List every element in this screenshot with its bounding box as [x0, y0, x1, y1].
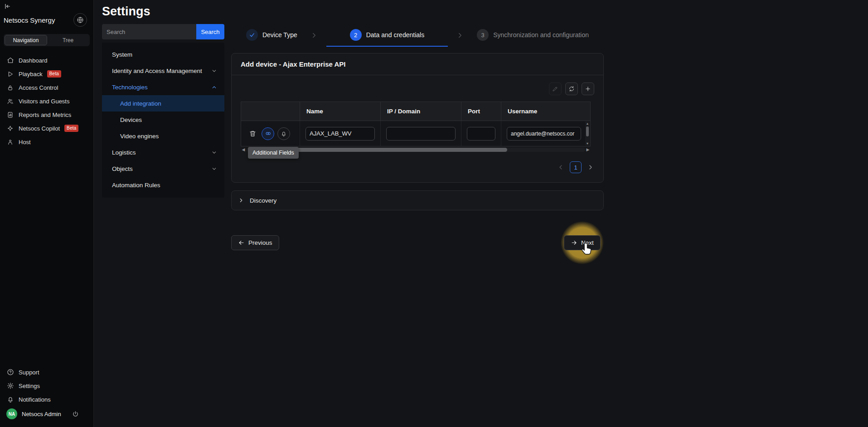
- sidebar-item-visitors-and-guests[interactable]: Visitors and Guests: [0, 94, 93, 108]
- menu-item-add-integration[interactable]: Add integration: [102, 95, 224, 112]
- sidebar-item-notifications[interactable]: Notifications: [0, 393, 93, 406]
- visitors-icon: [6, 98, 14, 105]
- beta-badge: Beta: [47, 70, 61, 78]
- sidebar-item-reports-and-metrics[interactable]: Reports and Metrics: [0, 108, 93, 121]
- sidebar-item-access-control[interactable]: Access Control: [0, 81, 93, 94]
- sidebar-item-dashboard[interactable]: Dashboard: [0, 53, 93, 67]
- menu-item-label: Add integration: [120, 100, 161, 107]
- add-device-panel: Add device - Ajax Enterprise API: [231, 53, 604, 183]
- discovery-section[interactable]: Discovery: [231, 190, 604, 210]
- search-input[interactable]: [102, 24, 196, 39]
- ip-domain-field[interactable]: [386, 127, 456, 141]
- menu-item-technologies[interactable]: Technologies: [102, 79, 224, 95]
- name-field[interactable]: [305, 127, 375, 141]
- vertical-scrollbar[interactable]: ▲ ▼: [585, 121, 590, 146]
- wizard-stepper: Device Type 2 Data and credentials 3 Syn…: [231, 24, 604, 47]
- toggle-tree[interactable]: Tree: [47, 35, 89, 45]
- sidebar-item-support[interactable]: Support: [0, 365, 93, 379]
- sidebar-item-label: Access Control: [19, 84, 58, 91]
- gear-icon: [6, 382, 14, 389]
- refresh-icon: [568, 86, 575, 92]
- logout-power-button[interactable]: [72, 411, 79, 417]
- menu-item-label: Identity and Access Management: [112, 68, 202, 74]
- step-synchronization-and-configuration[interactable]: 3 Synchronization and configuration: [472, 24, 593, 47]
- play-icon: [6, 71, 14, 78]
- search-bar: Search: [102, 24, 224, 39]
- column-actions: [241, 102, 300, 121]
- sidebar: Netsocs Synergy Navigation Tree Dashboar…: [0, 0, 94, 427]
- arrow-right-icon: [571, 239, 577, 246]
- menu-item-label: System: [112, 51, 132, 58]
- home-icon: [6, 57, 14, 64]
- vertical-scroll-thumb[interactable]: [586, 126, 589, 136]
- next-button-highlight: Next: [561, 221, 604, 264]
- scroll-left-arrow[interactable]: ◀: [241, 147, 246, 152]
- previous-button-label: Previous: [248, 239, 272, 246]
- step-number: 3: [477, 29, 489, 41]
- menu-item-identity-access-management[interactable]: Identity and Access Management: [102, 63, 224, 79]
- pagination-page-1[interactable]: 1: [570, 161, 582, 173]
- scroll-down-arrow[interactable]: ▼: [586, 141, 589, 146]
- bell-icon: [281, 131, 287, 137]
- menu-item-automation-rules[interactable]: Automation Rules: [102, 177, 224, 193]
- sidebar-item-playback[interactable]: Playback Beta: [0, 67, 93, 81]
- user-row[interactable]: NA Netsocs Admin: [0, 406, 93, 422]
- chevron-up-icon: [211, 84, 217, 90]
- username-field[interactable]: [507, 127, 581, 141]
- delete-row-button[interactable]: [247, 128, 258, 140]
- check-icon: [246, 29, 258, 41]
- pagination: 1: [241, 161, 594, 173]
- step-label: Device Type: [262, 31, 297, 39]
- menu-item-logistics[interactable]: Logistics: [102, 144, 224, 160]
- sidebar-item-netsocs-copilot[interactable]: Netsocs Copilot Beta: [0, 121, 93, 135]
- power-icon: [72, 411, 79, 417]
- menu-item-system[interactable]: System: [102, 46, 224, 63]
- settings-menu: System Identity and Access Management Te…: [102, 43, 224, 198]
- pagination-prev-button[interactable]: [557, 164, 564, 171]
- page-title: Settings: [102, 5, 860, 19]
- sidebar-item-label: Reports and Metrics: [19, 112, 71, 118]
- row-notifications-button[interactable]: [277, 127, 290, 140]
- chevron-right-icon: [238, 197, 244, 204]
- wizard-actions: Previous Next: [231, 221, 604, 264]
- sidebar-item-host[interactable]: Host: [0, 135, 93, 149]
- search-button[interactable]: Search: [196, 24, 224, 39]
- menu-item-video-engines[interactable]: Video engines: [102, 128, 224, 144]
- add-row-button[interactable]: [582, 82, 594, 95]
- menu-item-label: Technologies: [112, 84, 148, 91]
- port-field[interactable]: [467, 127, 495, 141]
- toggle-navigation[interactable]: Navigation: [5, 35, 47, 45]
- column-username: Username: [501, 102, 587, 121]
- collapse-sidebar-icon[interactable]: [4, 3, 11, 10]
- user-name: Netsocs Admin: [22, 411, 61, 417]
- refresh-button[interactable]: [565, 82, 578, 95]
- step-label: Synchronization and configuration: [493, 31, 589, 39]
- wizard-column: Device Type 2 Data and credentials 3 Syn…: [231, 24, 604, 264]
- previous-button[interactable]: Previous: [231, 235, 279, 250]
- step-device-type[interactable]: Device Type: [242, 24, 302, 47]
- sidebar-item-label: Playback: [19, 71, 43, 78]
- menu-item-devices[interactable]: Devices: [102, 112, 224, 128]
- scroll-right-arrow[interactable]: ▶: [585, 147, 591, 152]
- sidebar-item-settings[interactable]: Settings: [0, 379, 93, 393]
- sidebar-footer: Support Settings Notifications NA Netsoc…: [0, 365, 93, 427]
- language-globe-button[interactable]: [73, 13, 87, 27]
- scroll-up-arrow[interactable]: ▲: [586, 121, 589, 126]
- step-data-and-credentials[interactable]: 2 Data and credentials: [326, 24, 448, 47]
- pagination-next-button[interactable]: [587, 164, 594, 171]
- trash-icon: [249, 130, 257, 137]
- step-label: Data and credentials: [366, 31, 424, 39]
- chevron-down-icon: [211, 150, 217, 155]
- avatar: NA: [6, 408, 17, 419]
- table-toolbar: [241, 82, 594, 95]
- menu-item-objects[interactable]: Objects: [102, 160, 224, 177]
- next-button-label: Next: [581, 239, 594, 246]
- additional-fields-button[interactable]: [262, 127, 274, 140]
- next-button[interactable]: Next: [564, 235, 601, 250]
- column-ip-domain: IP / Domain: [381, 102, 461, 121]
- beta-badge: Beta: [64, 125, 78, 132]
- menu-item-label: Devices: [120, 116, 142, 123]
- discovery-label: Discovery: [250, 197, 276, 204]
- settings-menu-column: Search System Identity and Access Manage…: [102, 24, 224, 198]
- column-name: Name: [300, 102, 381, 121]
